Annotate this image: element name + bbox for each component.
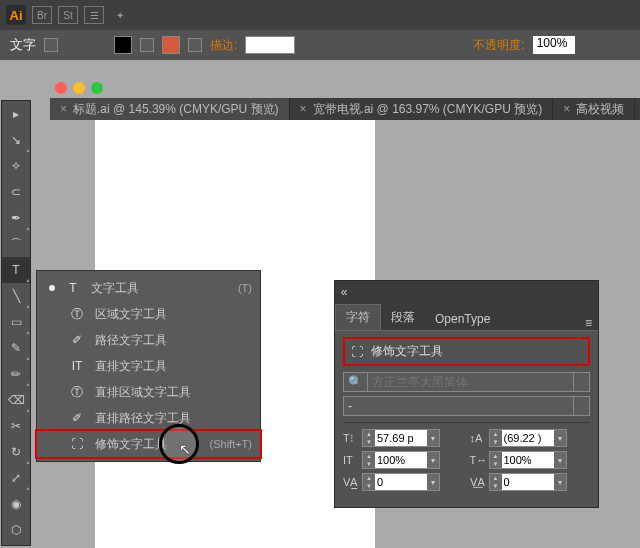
font-size-input[interactable]: ▲▼▾ [362,429,440,447]
close-window-icon[interactable] [55,82,67,94]
tracking-icon: V͟A [470,476,486,489]
opacity-label: 不透明度: [473,37,524,54]
opacity-input[interactable]: 100% [533,36,575,54]
kerning-input[interactable]: ▲▼▾ [362,473,440,491]
search-icon: 🔍 [343,372,367,392]
window-traffic-lights [55,82,103,94]
tracking-input[interactable]: ▲▼▾ [489,473,567,491]
panel-menu-icon[interactable]: ≡ [579,316,598,330]
line-tool[interactable]: ╲ [2,283,30,309]
magic-wand-tool[interactable]: ✧ [2,153,30,179]
pencil-tool[interactable]: ✏ [2,361,30,387]
close-icon[interactable]: × [60,102,67,116]
current-tool-indicator-icon [49,285,55,291]
selection-tool[interactable]: ▸ [2,101,30,127]
vertical-type-icon: IT [69,359,85,373]
flyout-item-vertical-type[interactable]: IT 直排文字工具 [37,353,260,379]
chevron-down-icon[interactable] [574,396,590,416]
rectangle-tool[interactable]: ▭ [2,309,30,335]
stroke-swatch[interactable] [162,36,180,54]
flyout-item-vertical-area-type[interactable]: Ⓣ 直排区域文字工具 [37,379,260,405]
vscale-input[interactable]: ▲▼▾ [362,451,440,469]
type-tool-flyout: T 文字工具 (T) Ⓣ 区域文字工具 ✐ 路径文字工具 IT 直排文字工具 Ⓣ… [36,270,261,462]
close-icon[interactable]: × [563,102,570,116]
tool-mode-label: 文字 [10,36,36,54]
font-style-input[interactable] [343,396,574,416]
font-family-input[interactable] [367,372,574,392]
kerning-icon: VA̲ [343,476,359,489]
paintbrush-tool[interactable]: ✎ [2,335,30,361]
font-family-field[interactable]: 🔍 [343,372,590,392]
flyout-item-vertical-path-type[interactable]: ✐ 直排路径文字工具 [37,405,260,431]
panel-tabs: 字符 段落 OpenType ≡ [335,303,598,331]
font-style-field[interactable] [343,396,590,416]
character-panel: « 字符 段落 OpenType ≡ ⛶ 修饰文字工具 🔍 T⁝ ▲▼▾ ↕A [334,280,599,508]
tools-panel: ▸ ↘ ✧ ⊂ ✒ ⌒ T ╲ ▭ ✎ ✏ ⌫ ✂ ↻ ⤢ ◉ ⬡ [1,100,31,546]
touch-type-icon: ⛶ [69,437,85,451]
vertical-path-type-icon: ✐ [69,411,85,425]
control-bar: 文字 描边: 不透明度: 100% [0,30,640,60]
tab-document-1[interactable]: ×标题.ai @ 145.39% (CMYK/GPU 预览) [50,98,290,120]
scatter-icon[interactable]: ✦ [110,6,130,24]
hscale-icon: T↔ [470,454,486,466]
collapse-icon[interactable]: « [335,285,353,299]
curvature-tool[interactable]: ⌒ [2,231,30,257]
chevron-down-icon[interactable] [574,372,590,392]
tab-paragraph[interactable]: 段落 [381,305,425,330]
document-tabs: ×标题.ai @ 145.39% (CMYK/GPU 预览) ×宽带电视.ai … [50,98,640,120]
type-icon: T [65,281,81,295]
area-type-icon: Ⓣ [69,306,85,323]
eraser-tool[interactable]: ⌫ [2,387,30,413]
divider [343,422,590,423]
stock-icon[interactable]: St [58,6,78,24]
panel-header[interactable]: « [335,281,598,303]
mode-dropdown[interactable] [44,38,58,52]
lasso-tool[interactable]: ⊂ [2,179,30,205]
fill-swatch[interactable] [114,36,132,54]
direct-selection-tool[interactable]: ↘ [2,127,30,153]
font-size-icon: T⁝ [343,432,359,445]
touch-type-icon: ⛶ [351,345,363,359]
shape-builder-tool[interactable]: ⬡ [2,517,30,543]
tab-document-3[interactable]: ×高校视频 [553,98,635,120]
tab-document-2[interactable]: ×宽带电视.ai @ 163.97% (CMYK/GPU 预览) [290,98,554,120]
stroke-dropdown[interactable] [188,38,202,52]
pen-tool[interactable]: ✒ [2,205,30,231]
path-type-icon: ✐ [69,333,85,347]
fill-dropdown[interactable] [140,38,154,52]
app-logo: Ai [6,5,26,25]
vscale-icon: IT [343,454,359,466]
zoom-window-icon[interactable] [91,82,103,94]
hscale-input[interactable]: ▲▼▾ [489,451,567,469]
minimize-window-icon[interactable] [73,82,85,94]
stroke-weight-input[interactable] [245,36,295,54]
rotate-tool[interactable]: ↻ [2,439,30,465]
stroke-label: 描边: [210,37,237,54]
close-icon[interactable]: × [300,102,307,116]
flyout-item-area-type[interactable]: Ⓣ 区域文字工具 [37,301,260,327]
flyout-item-type[interactable]: T 文字工具 (T) [37,275,260,301]
vertical-area-type-icon: Ⓣ [69,384,85,401]
leading-input[interactable]: ▲▼▾ [489,429,567,447]
tab-opentype[interactable]: OpenType [425,308,500,330]
flyout-item-path-type[interactable]: ✐ 路径文字工具 [37,327,260,353]
touch-type-button[interactable]: ⛶ 修饰文字工具 [343,337,590,366]
type-tool[interactable]: T [2,257,30,283]
width-tool[interactable]: ◉ [2,491,30,517]
flyout-item-touch-type[interactable]: ⛶ 修饰文字工具 (Shift+T) [37,431,260,457]
scale-tool[interactable]: ⤢ [2,465,30,491]
leading-icon: ↕A [470,432,486,444]
arrange-icon[interactable]: ☰ [84,6,104,24]
bridge-icon[interactable]: Br [32,6,52,24]
scissors-tool[interactable]: ✂ [2,413,30,439]
tab-character[interactable]: 字符 [335,304,381,330]
app-menubar: Ai Br St ☰ ✦ [0,0,640,30]
